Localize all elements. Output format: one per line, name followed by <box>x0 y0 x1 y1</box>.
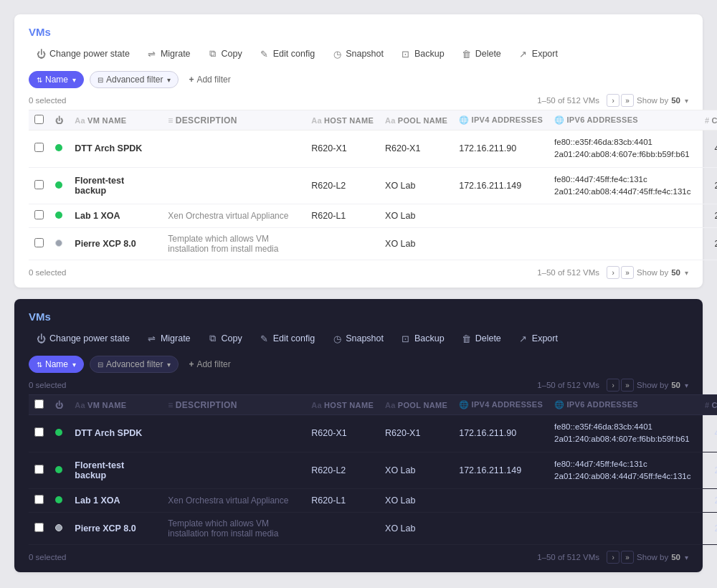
col-label: IPV6 ADDRESSES <box>566 400 638 409</box>
add-filter-button[interactable]: + Add filter <box>184 72 234 87</box>
filter-pill-advanced[interactable]: ⊟ Advanced filter <box>90 71 179 88</box>
row-checkbox[interactable] <box>34 495 44 504</box>
bottom-show-by: Show by 50 <box>637 268 688 277</box>
toolbar-btn-power[interactable]: ⏻Change power state <box>29 45 137 62</box>
col-label: VM NAME <box>87 401 126 409</box>
table-row: Lab 1 XOAXen Orchestra virtual Appliance… <box>29 204 717 228</box>
toolbar-btn-editconfig[interactable]: ✎Edit config <box>252 45 322 62</box>
next-page-button[interactable] <box>607 94 619 107</box>
chevron-dbl-right-icon <box>625 97 630 105</box>
vm-ipv6: fe80::44d7:45ff:fe4c:131c2a01:240:ab08:4… <box>549 167 699 204</box>
vm-cpu: 2 <box>699 489 717 513</box>
row-checkbox[interactable] <box>34 180 44 189</box>
vm-name[interactable]: Pierre XCP 8.0 <box>75 239 136 249</box>
last-page-button[interactable] <box>621 379 634 392</box>
toolbar-btn-delete[interactable]: 🗑Delete <box>455 45 508 62</box>
table-row: DTT Arch SPDKR620-X1R620-X1172.16.211.90… <box>29 131 717 168</box>
col-label: CPU <box>712 116 717 125</box>
show-by-value: 50 <box>671 268 680 277</box>
toolbar-btn-label-migrate: Migrate <box>161 333 191 343</box>
vm-ipv4: 172.16.211.149 <box>453 452 549 489</box>
show-by-value: 50 <box>671 381 680 389</box>
vm-status-indicator <box>55 212 62 219</box>
filter-pill-advanced[interactable]: ⊟ Advanced filter <box>90 356 179 373</box>
vm-host <box>305 228 379 260</box>
vm-name[interactable]: Pierre XCP 8.0 <box>75 523 136 534</box>
select-all-checkbox[interactable] <box>34 115 44 124</box>
toolbar-btn-backup[interactable]: ⊡Backup <box>394 45 452 62</box>
bottom-next-page-button[interactable] <box>607 551 619 564</box>
bottom-pagination-arrows <box>607 266 634 279</box>
panel-dark: VMs⏻Change power state⇌Migrate⧉Copy✎Edit… <box>14 299 703 572</box>
vm-name[interactable]: Lab 1 XOA <box>75 495 120 506</box>
vm-pool: R620-X1 <box>379 131 453 168</box>
row-checkbox[interactable] <box>34 238 44 247</box>
vm-name[interactable]: DTT Arch SPDK <box>75 143 142 153</box>
vm-description: Template which allows VM installation fr… <box>162 228 305 260</box>
row-checkbox[interactable] <box>34 143 44 152</box>
col-label: HOST NAME <box>324 116 374 125</box>
plus-icon: + <box>189 75 194 85</box>
selected-count: 0 selected <box>29 381 66 389</box>
chevron-down-icon <box>71 75 76 85</box>
add-filter-button[interactable]: + Add filter <box>184 356 234 372</box>
vm-name[interactable]: DTT Arch SPDK <box>75 428 142 438</box>
filter-pill-name[interactable]: ⇅ Name <box>29 71 84 88</box>
toolbar-btn-export[interactable]: ↗Export <box>511 330 565 347</box>
meta-row-top: 0 selected1–50 of 512 VMsShow by 50 <box>29 379 688 392</box>
add-filter-label: Add filter <box>196 75 230 85</box>
power-icon: ⏻ <box>36 49 46 59</box>
col-label: IPV4 ADDRESSES <box>472 400 543 409</box>
bottom-pagination-arrows <box>607 551 634 564</box>
toolbar-btn-snapshot[interactable]: ◷Snapshot <box>325 45 391 62</box>
next-page-button[interactable] <box>607 379 619 392</box>
toolbar-btn-migrate[interactable]: ⇌Migrate <box>140 330 198 347</box>
col-icon: Aa <box>385 401 396 409</box>
chevron-right-icon <box>612 97 614 105</box>
toolbar-btn-power[interactable]: ⏻Change power state <box>29 330 137 347</box>
ipv6-line2: 2a01:240:ab08:4:607e:f6bb:b59f:b61 <box>554 148 693 161</box>
toolbar-btn-export[interactable]: ↗Export <box>511 45 565 62</box>
col-label: DESCRIPTION <box>176 400 237 410</box>
row-checkbox[interactable] <box>34 210 44 219</box>
col-icon: # <box>705 401 709 409</box>
vm-status-indicator <box>55 524 62 531</box>
filter-label-name: Name <box>45 359 68 369</box>
toolbar-btn-label-copy: Copy <box>222 333 242 343</box>
toolbar-btn-copy[interactable]: ⧉Copy <box>201 330 250 347</box>
bottom-show-by: Show by 50 <box>637 553 688 561</box>
vm-name[interactable]: Lab 1 XOA <box>75 211 120 221</box>
vm-name[interactable]: Florent-test backup <box>75 176 124 196</box>
vm-name[interactable]: Florent-test backup <box>75 460 124 480</box>
chevron-dbl-right-icon <box>625 381 630 389</box>
ipv6-line1: fe80::44d7:45ff:fe4c:131c <box>554 458 693 470</box>
col-icon: Aa <box>385 116 396 125</box>
ipv6-line1: fe80::e35f:46da:83cb:4401 <box>554 421 693 433</box>
editconfig-icon: ✎ <box>260 49 270 59</box>
last-page-button[interactable] <box>621 94 634 107</box>
toolbar-btn-backup[interactable]: ⊡Backup <box>394 330 452 347</box>
row-checkbox[interactable] <box>34 427 44 437</box>
toolbar-btn-migrate[interactable]: ⇌Migrate <box>140 45 198 62</box>
row-checkbox[interactable] <box>34 523 44 532</box>
toolbar-btn-label-backup: Backup <box>414 49 445 59</box>
bottom-last-page-button[interactable] <box>621 266 634 279</box>
snapshot-icon: ◷ <box>332 333 342 343</box>
row-checkbox[interactable] <box>34 465 44 474</box>
toolbar-btn-snapshot[interactable]: ◷Snapshot <box>325 330 391 347</box>
toolbar-btn-copy[interactable]: ⧉Copy <box>201 45 250 62</box>
toolbar-btn-editconfig[interactable]: ✎Edit config <box>252 330 322 347</box>
toolbar-btn-delete[interactable]: 🗑Delete <box>455 330 508 347</box>
vm-cpu: 2 <box>699 452 717 489</box>
bottom-last-page-button[interactable] <box>621 551 634 564</box>
panel-light: VMs⏻Change power state⇌Migrate⧉Copy✎Edit… <box>14 14 703 288</box>
vm-ipv6: fe80::44d7:45ff:fe4c:131c2a01:240:ab08:4… <box>549 452 699 489</box>
vm-host: R620-L1 <box>305 489 379 513</box>
power-col-icon: ⏻ <box>55 116 63 125</box>
vm-host: R620-X1 <box>305 415 379 452</box>
select-all-checkbox[interactable] <box>34 399 44 409</box>
filter-pill-name[interactable]: ⇅ Name <box>29 356 84 373</box>
show-by-label: Show by <box>637 268 668 277</box>
bottom-next-page-button[interactable] <box>607 266 619 279</box>
vm-description: Template which allows VM installation fr… <box>162 513 305 545</box>
